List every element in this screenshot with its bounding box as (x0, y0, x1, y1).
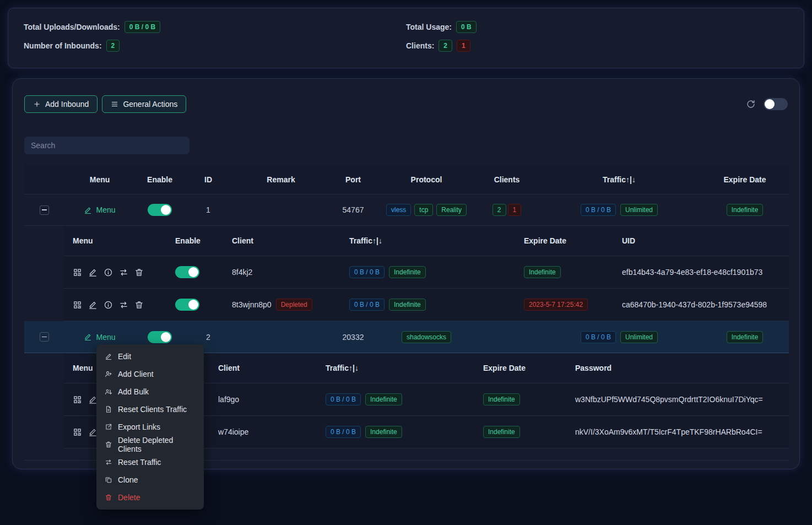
inbound-port: 20332 (329, 333, 377, 342)
header-traffic-sort[interactable]: Traffic↑|↓ (538, 175, 701, 184)
protocol-tag: shadowsocks (402, 331, 451, 343)
client-enable-toggle[interactable] (175, 299, 199, 311)
header-menu: Menu (64, 175, 136, 184)
header-client-name: Client (202, 364, 315, 372)
client-enable-toggle[interactable] (175, 266, 199, 278)
client-uid: efb14b43-4a79-4e83-ef18-e48cf1901b73 (622, 268, 762, 277)
stat-usage-badge: 0 B (456, 21, 477, 33)
reset-traffic-icon[interactable] (119, 300, 128, 310)
menu-item-edit[interactable]: Edit (96, 348, 204, 365)
header-client-menu: Menu (64, 236, 166, 245)
menu-item-delete[interactable]: Delete (96, 489, 204, 506)
transport-tag: tcp (414, 204, 433, 216)
edit-icon (84, 333, 92, 341)
edit-icon[interactable] (88, 300, 98, 310)
client-traffic-badge: 0 B / 0 B (349, 299, 385, 311)
menu-item-label: Delete (118, 493, 140, 502)
auto-refresh-toggle[interactable] (764, 98, 788, 110)
header-enable: Enable (136, 175, 184, 184)
info-icon[interactable] (104, 268, 113, 277)
qr-code-icon[interactable] (73, 427, 82, 437)
add-bulk-icon (105, 388, 112, 396)
reset-clients-traffic-icon (105, 405, 112, 413)
edit-icon[interactable] (88, 268, 98, 277)
client-table-inbound-1: Menu Enable Client Traffic↑|↓ Expire Dat… (64, 226, 789, 321)
qr-code-icon[interactable] (73, 300, 82, 310)
toolbar-right (746, 98, 788, 110)
inbound-menu-trigger[interactable]: Menu (84, 333, 115, 342)
inbound-enable-toggle[interactable] (148, 204, 172, 216)
inbound-row-1: Menu 1 54767 vless tcp Reality 2 1 0 B /… (24, 194, 789, 226)
menu-item-label: Export Links (118, 423, 160, 431)
info-icon[interactable] (104, 300, 113, 310)
client-password: nkV/I/3XoAm9v6xMT/T5IcrF4TpeTKF98rHARbRo… (575, 427, 762, 436)
header-client-expire: Expire Date (518, 236, 618, 245)
menu-item-reset-clients-traffic[interactable]: Reset Clients Traffic (96, 400, 204, 418)
header-client-enable: Enable (166, 236, 215, 245)
toolbar: Add Inbound General Actions (24, 95, 788, 113)
refresh-icon[interactable] (746, 99, 756, 109)
inbound-protocol-tags: vless tcp Reality (377, 204, 476, 216)
clone-icon (105, 476, 112, 484)
stat-label: Total Usage: (406, 23, 452, 31)
table-header-row: Menu Enable ID Remark Port Protocol Clie… (24, 165, 789, 194)
collapse-inbound-button[interactable] (40, 332, 49, 342)
client-traffic-limit-badge: Indefinite (365, 393, 402, 405)
edit-icon (105, 353, 112, 360)
client-traffic-badge: 0 B / 0 B (349, 266, 385, 278)
plus-icon (33, 100, 41, 108)
client-name: 8f4kj2 (232, 268, 252, 277)
client-expire-badge: Indefinite (524, 266, 561, 278)
collapse-inbound-button[interactable] (40, 205, 49, 215)
client-name: laf9go (218, 395, 239, 404)
client-name: 8t3wjnn8p0 (232, 300, 272, 309)
inbound-enable-toggle[interactable] (148, 331, 172, 343)
general-actions-label: General Actions (123, 100, 177, 109)
delete-icon[interactable] (134, 300, 144, 310)
menu-item-delete-depleted-clients[interactable]: Delete Depleted Clients (96, 436, 204, 453)
stat-label: Number of Inbounds: (24, 41, 102, 50)
stat-label: Total Uploads/Downloads: (24, 23, 120, 31)
client-traffic-badge: 0 B / 0 B (326, 426, 361, 438)
menu-item-add-client[interactable]: Add Client (96, 365, 204, 383)
reset-traffic-icon[interactable] (119, 268, 128, 277)
inbound-menu-trigger[interactable]: Menu (84, 205, 115, 214)
add-inbound-button[interactable]: Add Inbound (24, 95, 98, 113)
stat-uploads-downloads-badge: 0 B / 0 B (124, 21, 160, 33)
menu-item-label: Edit (118, 352, 131, 361)
qr-code-icon[interactable] (73, 395, 82, 404)
menu-item-add-bulk[interactable]: Add Bulk (96, 383, 204, 400)
inbound-protocol-tags: shadowsocks (377, 331, 476, 343)
minus-icon (42, 337, 47, 338)
menu-item-clone[interactable]: Clone (96, 471, 204, 489)
menu-item-label: Delete Depleted Clients (118, 436, 196, 453)
client-row-8f4kj2: 8f4kj2 0 B / 0 B Indefinite Indefinite e… (64, 256, 789, 289)
client-actions (73, 300, 144, 310)
menu-item-export-links[interactable]: Export Links (96, 418, 204, 436)
qr-code-icon[interactable] (73, 268, 82, 277)
client-depleted-badge: Depleted (276, 299, 312, 311)
header-port: Port (329, 175, 377, 184)
stat-clients-active-badge: 2 (439, 40, 452, 52)
add-inbound-label: Add Inbound (45, 100, 89, 109)
search-input[interactable] (24, 137, 190, 154)
delete-icon[interactable] (134, 268, 144, 277)
client-name: w74ioipe (218, 427, 248, 436)
general-actions-button[interactable]: General Actions (102, 95, 186, 113)
stat-label: Clients: (406, 41, 434, 50)
header-client-traffic: Traffic↑|↓ (334, 236, 518, 245)
stat-total-uploads-downloads: Total Uploads/Downloads: 0 B / 0 B (24, 21, 406, 33)
clients-depleted-badge: 1 (508, 204, 522, 216)
stat-total-usage: Total Usage: 0 B (406, 21, 788, 33)
stat-clients-depleted-badge: 1 (457, 40, 470, 52)
stat-number-of-inbounds: Number of Inbounds: 2 (24, 40, 406, 52)
menu-item-label: Reset Clients Traffic (118, 405, 187, 414)
inbound-context-menu: Edit Add Client Add Bulk Reset Clients T… (96, 344, 204, 510)
inbound-id: 2 (184, 333, 232, 342)
client-traffic-limit-badge: Indefinite (389, 266, 426, 278)
edit-icon (84, 206, 92, 214)
header-remark: Remark (232, 175, 329, 184)
menu-item-reset-traffic[interactable]: Reset Traffic (96, 453, 204, 471)
header-id: ID (184, 175, 232, 184)
header-expire-date: Expire Date (701, 175, 789, 184)
